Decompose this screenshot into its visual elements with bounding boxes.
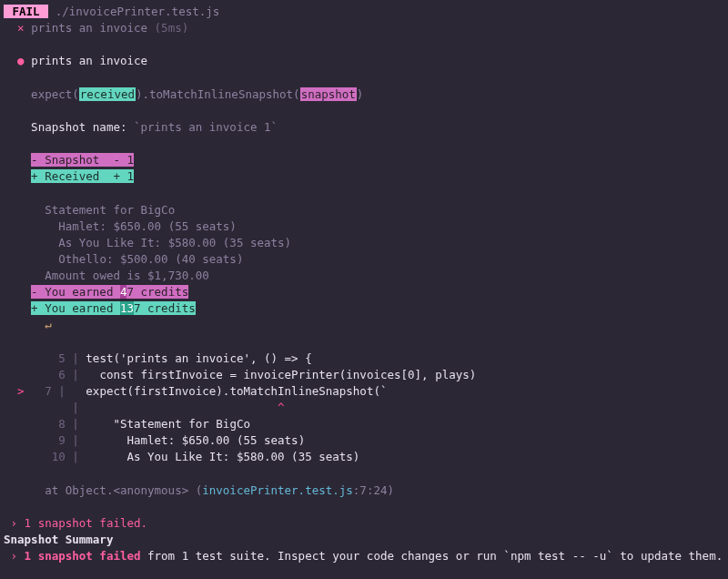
code-gutter: 7 | [31,384,66,398]
code-line: test('prints an invoice', () => { [79,351,312,365]
fail-badge: FAIL [4,5,48,18]
snapshot-name-value: `prints an invoice 1` [134,120,278,134]
fail-mark-x-icon: × [17,21,25,35]
code-line: Hamlet: $650.00 (55 seats) [79,433,305,447]
code-gutter: 5 | [31,351,79,365]
test-title: prints an invoice [31,21,147,35]
assertion-text: expect(received).toMatchInlineSnapshot(s… [31,87,363,101]
snapshot-token: snapshot [300,87,357,101]
diff-header-minus: - Snapshot - 1 [31,153,134,167]
diff-unchanged: Statement for BigCo [31,203,175,217]
diff-unchanged: As You Like It: $580.00 (35 seats) [31,236,291,249]
terminal-output[interactable]: FAIL ./invoicePrinter.test.js × prints a… [0,0,728,579]
code-gutter: 6 | [31,368,79,381]
code-line: expect(firstInvoice).toMatchInlineSnapsh… [66,384,388,398]
diff-unchanged: Amount owed is $1,730.00 [31,269,209,282]
received-token: received [79,87,136,101]
diff-header-plus: + Received + 1 [31,169,134,183]
diff-newline-icon: ↵ [45,318,52,331]
snapshot-failed-line: › 1 snapshot failed. [4,516,147,530]
code-gutter: 8 | [31,417,79,431]
fail-bullet-icon: ● [17,54,25,67]
code-gutter: 9 | [31,433,79,447]
caret-icon: ^ [79,401,285,414]
diff-unchanged: Othello: $500.00 (40 seats) [31,252,243,266]
stack-frame: at Object.<anonymous> (invoicePrinter.te… [45,483,394,497]
error-line-pointer-icon: > [17,384,25,398]
test-duration: (5ms) [155,21,189,35]
test-file-path: ./invoicePrinter.test.js [56,5,220,18]
diff-unchanged: Hamlet: $650.00 (55 seats) [31,219,237,233]
snapshot-summary-heading: Snapshot Summary [4,533,113,546]
code-line: "Statement for BigCo [79,417,250,431]
code-line: const firstInvoice = invoicePrinter(invo… [79,368,477,381]
code-gutter: 10 | [31,450,79,463]
code-gutter: | [31,401,79,414]
stack-file-link: invoicePrinter.test.js [202,483,353,497]
code-line: As You Like It: $580.00 (35 seats) [79,450,360,463]
snapshot-name-label: Snapshot name: [31,120,134,134]
test-title-heading: prints an invoice [31,54,147,67]
snapshot-summary-line: › 1 snapshot failed from 1 test suite. I… [4,549,723,563]
diff-line-added: + You earned 137 credits [31,301,196,315]
diff-line-removed: - You earned 47 credits [31,285,188,299]
